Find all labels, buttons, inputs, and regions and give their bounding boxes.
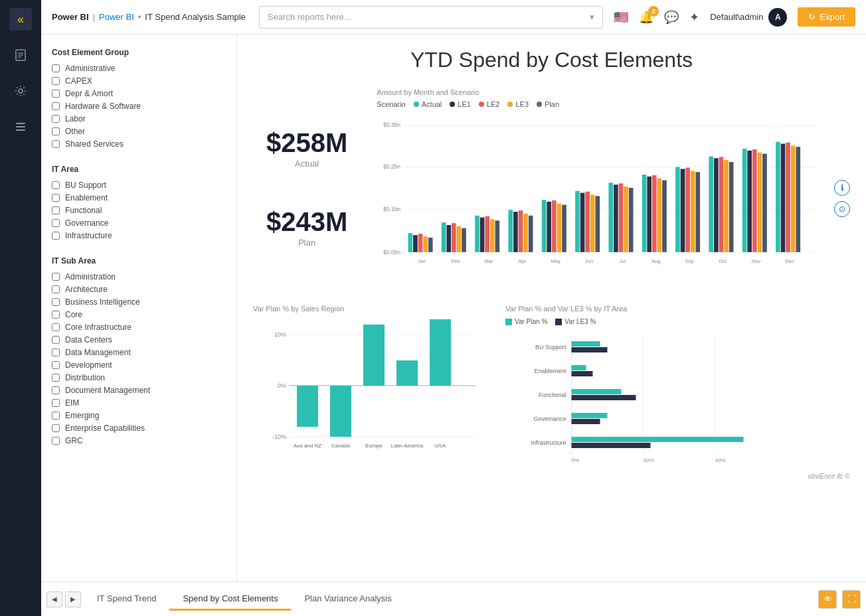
tab-spend-by-cost-elements[interactable]: Spend by Cost Elements (169, 588, 291, 611)
checkbox-enablement[interactable] (52, 194, 60, 202)
checkbox-depr-amort[interactable] (52, 90, 60, 98)
checkbox-other[interactable] (52, 127, 60, 135)
checkbox-labor[interactable] (52, 115, 60, 123)
filter-distribution[interactable]: Distribution (52, 373, 223, 382)
filter-development[interactable]: Development (52, 360, 223, 370)
checkbox-emerging[interactable] (52, 412, 60, 420)
svg-rect-77 (748, 151, 752, 252)
search-placeholder: Search reports here... (268, 12, 351, 22)
legend-dot-var-le3 (555, 319, 562, 325)
info-icon[interactable]: ℹ (834, 180, 850, 196)
checkbox-document-management[interactable] (52, 386, 60, 394)
svg-rect-16 (408, 233, 413, 252)
filter-hardware-software[interactable]: Hardware & Software (52, 102, 226, 111)
filter-administration[interactable]: Administration (52, 272, 223, 281)
filter-governance[interactable]: Governance (52, 218, 226, 228)
checkbox-governance[interactable] (52, 219, 60, 227)
checkbox-distribution[interactable] (52, 374, 60, 382)
scenario-label: Scenario (377, 100, 405, 108)
filter-core-infrastructure[interactable]: Core Infrastructure (52, 323, 223, 332)
sidebar-item-settings[interactable] (9, 80, 32, 102)
svg-rect-31 (490, 219, 495, 252)
filter-emerging[interactable]: Emerging (52, 411, 223, 420)
checkbox-data-management[interactable] (52, 348, 60, 356)
label-enterprise-capabilities: Enterprise Capabilities (65, 424, 145, 433)
label-administration: Administration (65, 272, 116, 281)
svg-rect-59 (648, 177, 652, 252)
tab-prev-button[interactable]: ◀ (46, 591, 62, 607)
checkbox-administration[interactable] (52, 273, 60, 281)
filter-business-intelligence[interactable]: Business Intelligence (52, 297, 223, 307)
svg-rect-71 (714, 158, 719, 252)
help-icon[interactable]: ✦ (689, 10, 699, 25)
checkbox-eim[interactable] (52, 399, 60, 407)
checkbox-administrative[interactable] (52, 64, 60, 72)
svg-text:Functional: Functional (539, 392, 566, 398)
svg-text:10%: 10% (274, 331, 286, 338)
sidebar-item-reports[interactable] (9, 44, 32, 66)
filter-core[interactable]: Core (52, 310, 223, 319)
svg-rect-61 (657, 179, 662, 252)
eye-icon-button[interactable]: 👁 (818, 590, 837, 609)
filter-functional[interactable]: Functional (52, 206, 226, 215)
filter-other[interactable]: Other (52, 127, 226, 136)
filter-eim[interactable]: EIM (52, 398, 223, 408)
settings-circle-icon[interactable]: ⊙ (834, 201, 850, 217)
checkbox-bu-support[interactable] (52, 181, 60, 189)
checkbox-core[interactable] (52, 311, 60, 319)
tab-it-spend-trend[interactable]: IT Spend Trend (84, 588, 169, 611)
filter-data-centers[interactable]: Data Centers (52, 335, 223, 345)
filter-labor[interactable]: Labor (52, 114, 226, 123)
svg-text:$0.3bn: $0.3bn (383, 121, 400, 128)
svg-text:BU Support: BU Support (535, 344, 566, 350)
search-bar[interactable]: Search reports here... ▾ (259, 6, 603, 29)
tab-plan-variance-analysis[interactable]: Plan Variance Analysis (291, 588, 404, 611)
breadcrumb-link[interactable]: Power BI (99, 12, 134, 22)
filter-enablement[interactable]: Enablement (52, 193, 226, 202)
export-button[interactable]: ↻ Export (798, 7, 855, 27)
svg-rect-86 (796, 147, 801, 252)
notification-bell-icon[interactable]: 🔔 2 (639, 10, 653, 25)
breadcrumb-dot: • (138, 12, 141, 22)
checkbox-business-intelligence[interactable] (52, 298, 60, 306)
expand-icon-button[interactable]: ⛶ (842, 590, 861, 609)
svg-rect-48 (586, 192, 590, 252)
checkbox-enterprise-capabilities[interactable] (52, 424, 60, 432)
svg-rect-7 (16, 129, 25, 131)
kpi-plan: $243M Plan (253, 202, 361, 254)
kpi-actual-label: Actual (266, 159, 347, 169)
filter-bu-support[interactable]: BU Support (52, 181, 226, 190)
filter-administrative[interactable]: Administrative (52, 64, 226, 73)
checkbox-data-centers[interactable] (52, 336, 60, 344)
checkbox-infrastructure[interactable] (52, 232, 60, 240)
sidebar-back-button[interactable]: « (9, 8, 32, 31)
checkbox-hardware-software[interactable] (52, 102, 60, 110)
checkbox-architecture[interactable] (52, 285, 60, 293)
chat-icon[interactable]: 💬 (664, 10, 679, 25)
label-capex: CAPEX (65, 76, 92, 86)
filter-architecture[interactable]: Architecture (52, 285, 223, 294)
filter-infrastructure[interactable]: Infrastructure (52, 231, 226, 240)
label-document-management: Document Management (65, 386, 150, 395)
checkbox-capex[interactable] (52, 77, 60, 85)
filter-depr-amort[interactable]: Depr & Amort (52, 89, 226, 98)
sidebar-item-menu[interactable] (9, 116, 32, 138)
bar-jan: Jan (408, 233, 433, 264)
bar-usa (430, 319, 451, 386)
checkbox-development[interactable] (52, 361, 60, 369)
svg-text:$0.0bn: $0.0bn (383, 249, 400, 256)
checkbox-grc[interactable] (52, 437, 60, 445)
svg-text:40%: 40% (715, 457, 726, 463)
filter-grc[interactable]: GRC (52, 436, 223, 445)
filter-data-management[interactable]: Data Management (52, 348, 223, 357)
checkbox-shared-services[interactable] (52, 140, 60, 148)
checkbox-core-infrastructure[interactable] (52, 323, 60, 331)
filter-shared-services[interactable]: Shared Services (52, 139, 226, 149)
filter-capex[interactable]: CAPEX (52, 76, 226, 86)
content-area: Cost Element Group Administrative CAPEX … (41, 35, 866, 581)
filter-enterprise-capabilities[interactable]: Enterprise Capabilities (52, 424, 223, 433)
checkbox-functional[interactable] (52, 206, 60, 214)
tab-next-button[interactable]: ▶ (65, 591, 81, 607)
language-flag-icon[interactable]: 🇺🇸 (614, 10, 628, 25)
filter-document-management[interactable]: Document Management (52, 386, 223, 395)
